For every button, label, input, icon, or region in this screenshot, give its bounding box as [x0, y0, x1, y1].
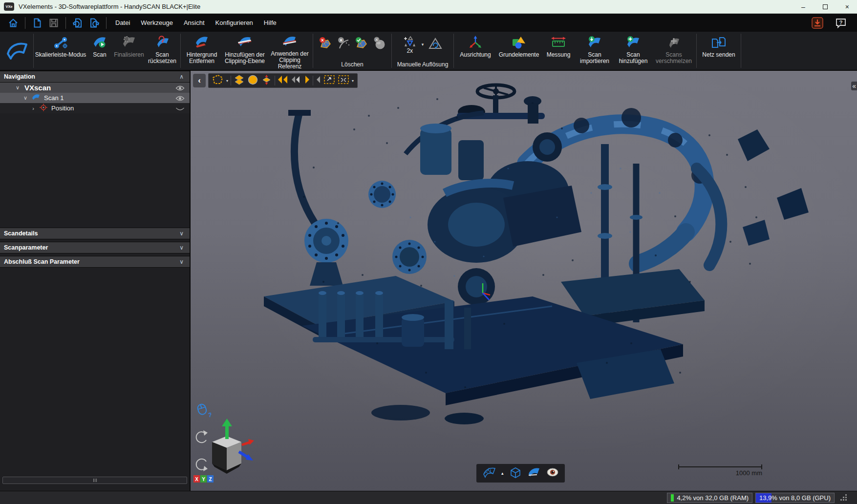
scan-icon — [92, 33, 107, 52]
surface-display-icon[interactable] — [527, 466, 541, 481]
last-frame-icon[interactable] — [316, 75, 321, 86]
vxscan-module-icon[interactable] — [2, 32, 32, 70]
menu-ansicht[interactable]: Ansicht — [184, 19, 205, 26]
ribbon-button-scan[interactable]: Scan — [86, 32, 113, 70]
navigation-sidebar: Navigation ∧ ∨ VXscan ∨ Scan 1 — [0, 71, 191, 491]
circle-marker-icon[interactable] — [247, 74, 258, 87]
ribbon-button-clipping-ebene[interactable]: Hinzufügen der Clipping-Ebene — [222, 32, 268, 70]
navigation-cube[interactable]: X Y Z — [192, 417, 257, 486]
delete-group: × × × Löschen — [314, 32, 390, 70]
ribbon-toolbar: Skalierleiste-Modus Scan Finalisieren Sc… — [0, 32, 857, 71]
visibility-eye-icon[interactable] — [175, 84, 185, 93]
ribbon-button-ausrichtung[interactable]: Ausrichtung — [455, 32, 496, 70]
new-session-button[interactable] — [31, 17, 43, 29]
ribbon-button-scan-hinzufuegen[interactable]: Scan hinzufügen — [614, 32, 652, 70]
download-icon[interactable] — [811, 17, 824, 29]
minimize-button[interactable]: – — [801, 3, 805, 10]
section-scanparameter[interactable]: Scanparameter ∨ — [0, 242, 190, 253]
scale-label: 1000 mm — [678, 469, 762, 477]
ribbon-button-netz-senden[interactable]: Netz senden — [698, 32, 740, 70]
delete-facets-button[interactable]: × — [319, 37, 332, 52]
ribbon-button-skalierleiste-modus[interactable]: Skalierleiste-Modus — [35, 32, 86, 70]
svg-text:×: × — [340, 38, 343, 43]
visibility-eye-icon[interactable] — [175, 95, 185, 104]
chevron-right-icon[interactable]: › — [30, 105, 36, 111]
eye-render-icon[interactable] — [546, 466, 559, 480]
section-abschluss-scan-parameter[interactable]: Abschluß Scan Parameter ∨ — [0, 256, 190, 268]
first-frame-icon[interactable] — [278, 75, 288, 86]
svg-text:Z: Z — [209, 477, 212, 482]
back-chevron-icon[interactable]: ‹ — [193, 74, 206, 87]
confirm-delete-button[interactable] — [355, 37, 368, 52]
ribbon-button-clipping-referenz[interactable]: Anwenden der Clipping Referenz — [268, 32, 312, 70]
wireframe-box-icon[interactable] — [509, 466, 522, 481]
resize-grip-icon[interactable] — [840, 494, 847, 501]
tree-item-scan1[interactable]: ∨ Scan 1 — [0, 93, 190, 103]
scan-surface-icon — [31, 93, 41, 103]
3d-viewport[interactable]: ‹ ▾ — [191, 71, 857, 491]
display-mode-dropdown-icon[interactable]: ▴ — [501, 471, 504, 476]
resolution-value: 2x — [407, 48, 413, 54]
add-clipping-plane-icon — [237, 33, 252, 52]
chevron-down-icon[interactable]: ∨ — [179, 230, 184, 237]
scale-bar-mode-icon — [53, 33, 68, 52]
mesh-display-icon[interactable] — [482, 466, 496, 481]
ribbon-button-scan-importieren[interactable]: Scan importieren — [575, 32, 614, 70]
delete-sphere-button[interactable]: × — [373, 37, 386, 52]
navigation-panel-header[interactable]: Navigation ∧ — [0, 71, 190, 83]
diamond-stack-icon[interactable] — [234, 74, 245, 87]
dropdown-icon[interactable]: ▾ — [226, 79, 228, 83]
tree-item-vxscan[interactable]: ∨ VXscan — [0, 83, 190, 93]
resolution-multiplier-button[interactable]: 2x — [403, 35, 417, 54]
resolution-dropdown-icon[interactable]: ▾ — [422, 42, 424, 47]
chevron-down-icon[interactable]: ∨ — [179, 244, 184, 251]
ribbon-button-scan-ruecksetzen[interactable]: Scan rücksetzen — [145, 32, 179, 70]
app-logo-icon: VXe — [4, 2, 14, 11]
ribbon-button-scans-verschmelzen[interactable]: Scans verschmelzen — [652, 32, 695, 70]
next-frame-icon[interactable] — [304, 75, 310, 86]
import-session-button[interactable] — [71, 17, 84, 29]
chevron-down-icon[interactable]: ∨ — [22, 95, 28, 101]
delete-group-label: Löschen — [341, 61, 363, 70]
manual-resolution-group-label: Manuelle Auflösung — [397, 61, 449, 70]
chevron-down-icon[interactable]: ∨ — [179, 258, 184, 265]
menu-werkzeuge[interactable]: Werkzeuge — [141, 19, 173, 26]
diamond-arrows-icon[interactable] — [261, 74, 272, 87]
ribbon-button-finalisieren[interactable]: Finalisieren — [113, 32, 145, 70]
ribbon-button-hintergrund-entfernen[interactable]: Hintergrund Entfernen — [182, 32, 222, 70]
help-bubble-icon[interactable]: ? — [835, 17, 847, 29]
svg-text:×: × — [375, 37, 378, 42]
sidebar-scrollbar[interactable] — [2, 477, 187, 484]
ribbon-button-messung[interactable]: Messung — [542, 32, 575, 70]
ribbon-button-grundelemente[interactable]: Grundelemente — [496, 32, 542, 70]
divider — [313, 76, 313, 85]
chevron-down-icon[interactable]: ∨ — [15, 84, 21, 91]
scale-ruler — [678, 466, 762, 467]
gpu-usage-text: 13,9% von 8,0 GB (GPU) — [759, 494, 831, 502]
delete-boundary-button[interactable]: × — [337, 37, 350, 52]
section-scandetails[interactable]: Scandetails ∨ — [0, 228, 190, 239]
dropdown-icon[interactable]: ▾ — [352, 79, 354, 83]
visibility-partial-icon[interactable] — [175, 105, 185, 114]
recalculate-resolution-button[interactable] — [428, 37, 443, 52]
zoom-selection-icon[interactable] — [323, 74, 335, 87]
scan-point-cloud[interactable] — [191, 71, 857, 491]
chevron-up-icon[interactable]: ∧ — [179, 73, 184, 80]
menu-konfigurieren[interactable]: Konfigurieren — [215, 19, 253, 26]
collapse-panel-icon[interactable]: « — [851, 82, 857, 90]
close-button[interactable]: × — [845, 3, 849, 10]
zoom-extents-icon[interactable] — [338, 74, 349, 87]
tree-item-position[interactable]: › Position — [0, 103, 190, 113]
navigation-title: Navigation — [4, 73, 35, 80]
home-button[interactable] — [7, 17, 20, 29]
previous-frame-icon[interactable] — [291, 75, 301, 86]
export-session-button[interactable] — [88, 17, 101, 29]
ram-usage-bar — [671, 494, 674, 502]
menu-datei[interactable]: Datei — [115, 19, 130, 26]
surface-selection-icon[interactable] — [212, 74, 224, 87]
save-button-disabled[interactable] — [47, 17, 60, 29]
maximize-button[interactable] — [823, 4, 828, 9]
menu-hilfe[interactable]: Hilfe — [264, 19, 277, 26]
display-mode-toolbar: ▴ — [476, 464, 565, 483]
divider — [696, 34, 697, 68]
